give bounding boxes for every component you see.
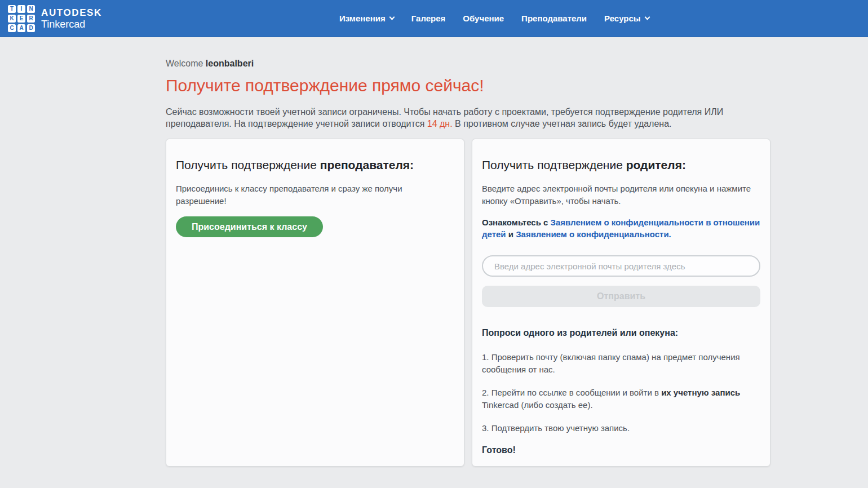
step-2: 2. Перейти по ссылке в сообщении и войти… xyxy=(482,387,760,411)
username: leonbalberi xyxy=(206,59,254,68)
title-bold: преподавателя xyxy=(320,158,410,171)
title-regular: Получить подтверждение xyxy=(482,158,626,171)
confirmation-cards: Получить подтверждение преподавателя: Пр… xyxy=(166,139,770,467)
logo-tile: T xyxy=(8,5,16,13)
chevron-down-icon xyxy=(644,15,650,20)
tinkercad-logo-icon: T I N K E R C A D xyxy=(8,5,35,32)
welcome-text: Welcome xyxy=(166,59,206,68)
main-nav: Изменения Галерея Обучение Преподаватели… xyxy=(339,0,649,37)
logo-tile: A xyxy=(17,24,25,32)
parent-confirmation-card: Получить подтверждение родителя: Введите… xyxy=(472,139,770,467)
title-suffix: : xyxy=(410,158,414,171)
step-2-text: Tinkercad (либо создать ее). xyxy=(482,400,593,410)
teacher-card-title: Получить подтверждение преподавателя: xyxy=(176,158,454,172)
step-2-bold: их учетную запись xyxy=(661,388,740,397)
parent-card-title: Получить подтверждение родителя: xyxy=(482,158,760,172)
navbar: T I N K E R C A D AUTODESK Tinkercad Изм… xyxy=(0,0,868,37)
step-1: 1. Проверить почту (включая папку спама)… xyxy=(482,351,760,376)
teacher-confirmation-card: Получить подтверждение преподавателя: Пр… xyxy=(166,139,464,467)
steps-title: Попроси одного из родителей или опекуна: xyxy=(482,328,760,338)
nav-item-changes[interactable]: Изменения xyxy=(339,14,394,23)
privacy-line: Ознакомьтесь с Заявлением о конфиденциал… xyxy=(482,216,760,240)
nav-item-gallery[interactable]: Галерея xyxy=(411,14,446,23)
brand-tinkercad: Tinkercad xyxy=(41,19,102,30)
logo-tile: E xyxy=(17,15,25,23)
step-3: 3. Подтвердить твою учетную запись. xyxy=(482,422,760,434)
privacy-prefix: Ознакомьтесь с xyxy=(482,218,551,227)
nav-item-label: Ресурсы xyxy=(604,14,641,23)
done-label: Готово! xyxy=(482,445,760,455)
brand-text: AUTODESK Tinkercad xyxy=(41,7,102,30)
nav-item-label: Изменения xyxy=(339,14,386,23)
nav-item-learn[interactable]: Обучение xyxy=(463,14,504,23)
intro-text: В противном случае учетная запись будет … xyxy=(453,119,672,128)
step-2-text: 2. Перейти по ссылке в сообщении и войти… xyxy=(482,388,661,397)
nav-item-resources[interactable]: Ресурсы xyxy=(604,14,649,23)
logo-tile: I xyxy=(17,5,25,13)
send-button[interactable]: Отправить xyxy=(482,286,760,307)
brand-autodesk: AUTODESK xyxy=(41,7,102,19)
page-title: Получите подтверждение прямо сейчас! xyxy=(166,76,770,96)
intro-paragraph: Сейчас возможности твоей учетной записи … xyxy=(166,106,770,130)
title-suffix: : xyxy=(682,158,686,171)
logo-tile: D xyxy=(27,24,35,32)
welcome-line: Welcome leonbalberi xyxy=(166,59,770,69)
parent-email-input[interactable] xyxy=(482,255,760,277)
nav-item-label: Преподаватели xyxy=(521,14,587,23)
nav-item-label: Обучение xyxy=(463,14,504,23)
logo-tile: N xyxy=(27,5,35,13)
privacy-statement-link[interactable]: Заявлением о конфиденциальности. xyxy=(516,229,671,239)
logo-tile: K xyxy=(8,15,16,23)
teacher-card-description: Присоединись к классу преподавателя и ср… xyxy=(176,183,454,207)
logo-tile: R xyxy=(27,15,35,23)
chevron-down-icon xyxy=(389,15,395,20)
nav-item-teachers[interactable]: Преподаватели xyxy=(521,14,587,23)
tinkercad-brand[interactable]: T I N K E R C A D AUTODESK Tinkercad xyxy=(8,5,102,32)
title-bold: родителя xyxy=(626,158,682,171)
join-class-button[interactable]: Присоединиться к классу xyxy=(176,216,323,237)
title-regular: Получить подтверждение xyxy=(176,158,320,171)
privacy-middle: и xyxy=(506,229,516,239)
logo-tile: C xyxy=(8,24,16,32)
nav-item-label: Галерея xyxy=(411,14,446,23)
parent-card-description: Введите адрес электронной почты родителя… xyxy=(482,183,760,207)
deadline-highlight: 14 дн. xyxy=(427,119,453,128)
page-content: Welcome leonbalberi Получите подтвержден… xyxy=(166,37,770,467)
